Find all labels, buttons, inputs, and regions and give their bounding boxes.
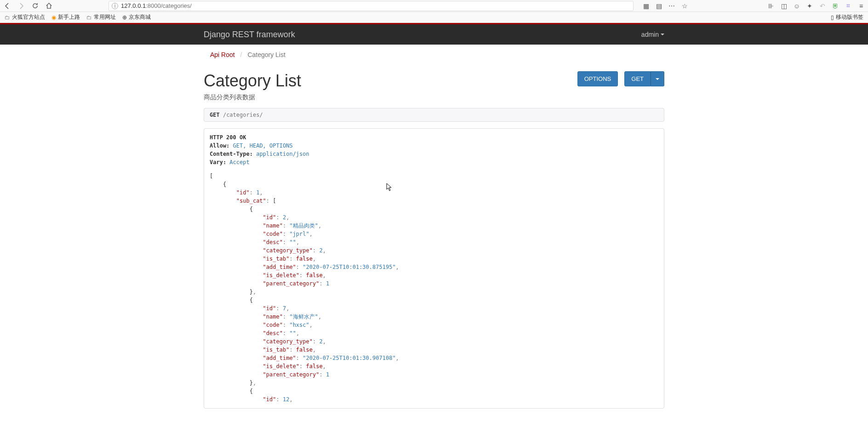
forward-button[interactable] <box>17 1 26 11</box>
shield-icon[interactable]: ⛨ <box>831 2 839 10</box>
back-button[interactable] <box>3 1 12 11</box>
options-button[interactable]: OPTIONS <box>577 71 618 86</box>
breadcrumb-current: Category List <box>247 51 285 58</box>
bookmark-item[interactable]: ⊕ 京东商城 <box>122 13 151 21</box>
qr-icon[interactable]: ▦ <box>642 2 650 10</box>
url-text: 127.0.0.1:8000/categories/ <box>121 2 192 9</box>
mobile-icon: ▯ <box>831 14 834 21</box>
extension-icon-3[interactable]: ⌗ <box>844 2 852 10</box>
breadcrumb-separator: / <box>240 51 242 58</box>
request-line: GET /categories/ <box>204 108 664 122</box>
user-label: admin <box>641 31 659 38</box>
caret-down-icon <box>661 34 664 35</box>
bookmark-label: 移动版书签 <box>836 13 863 21</box>
menu-icon[interactable]: ≡ <box>857 2 865 10</box>
page-header: Category List OPTIONS GET <box>204 63 664 93</box>
status-line: HTTP 200 OK <box>210 134 246 141</box>
home-button[interactable] <box>44 1 53 11</box>
account-icon[interactable]: ☺ <box>793 2 801 10</box>
user-dropdown[interactable]: admin <box>641 31 664 38</box>
caret-down-icon <box>656 78 659 80</box>
page-description: 商品分类列表数据 <box>204 93 664 108</box>
response-body: [ { "id": 1, "sub_cat": [ { "id": 2, "na… <box>210 172 658 404</box>
navbar-brand[interactable]: Django REST framework <box>204 30 295 40</box>
info-icon[interactable]: i <box>112 3 118 9</box>
overflow-icon[interactable]: ⋯ <box>668 2 676 10</box>
bookmark-item[interactable]: 🗀 常用网址 <box>86 13 116 21</box>
response-box: HTTP 200 OK Allow: GET, HEAD, OPTIONSCon… <box>204 128 664 409</box>
get-button[interactable]: GET <box>624 71 651 86</box>
folder-icon: 🗀 <box>5 14 10 21</box>
sidebar-icon[interactable]: ◫ <box>780 2 788 10</box>
browser-toolbar: i 127.0.0.1:8000/categories/ ▦ ▤ ⋯ ☆ ⊪ ◫… <box>0 0 868 12</box>
bookmarks-bar: 🗀 火狐官方站点 ◉ 新手上路 🗀 常用网址 ⊕ 京东商城 ▯ 移动版书签 <box>0 12 868 23</box>
bookmark-label: 常用网址 <box>94 13 116 21</box>
bookmark-star-icon[interactable]: ☆ <box>680 2 689 10</box>
get-button-group: GET <box>624 71 664 86</box>
extension-icon-2[interactable]: ↶ <box>818 2 827 10</box>
bookmark-item[interactable]: ◉ 新手上路 <box>51 13 80 21</box>
request-method: GET <box>210 112 220 118</box>
reload-button[interactable] <box>30 1 40 11</box>
bookmark-label: 新手上路 <box>58 13 80 21</box>
extension-icon-1[interactable]: ✦ <box>805 2 814 10</box>
request-path: /categories/ <box>223 112 263 118</box>
bookmark-label: 火狐官方站点 <box>12 13 45 21</box>
mobile-bookmarks[interactable]: ▯ 移动版书签 <box>831 13 863 21</box>
get-dropdown-toggle[interactable] <box>651 71 664 86</box>
url-bar[interactable]: i 127.0.0.1:8000/categories/ <box>108 1 634 11</box>
firefox-icon: ◉ <box>51 14 56 21</box>
folder-icon: 🗀 <box>86 14 92 21</box>
reader-icon[interactable]: ▤ <box>655 2 663 10</box>
globe-icon: ⊕ <box>122 14 127 21</box>
library-icon[interactable]: ⊪ <box>767 2 775 10</box>
breadcrumb-root-link[interactable]: Api Root <box>210 51 235 58</box>
bookmark-label: 京东商城 <box>129 13 151 21</box>
bookmark-item[interactable]: 🗀 火狐官方站点 <box>5 13 45 21</box>
page-title: Category List <box>204 71 301 91</box>
breadcrumb: Api Root / Category List <box>204 45 664 63</box>
drf-navbar: Django REST framework admin <box>0 24 868 45</box>
